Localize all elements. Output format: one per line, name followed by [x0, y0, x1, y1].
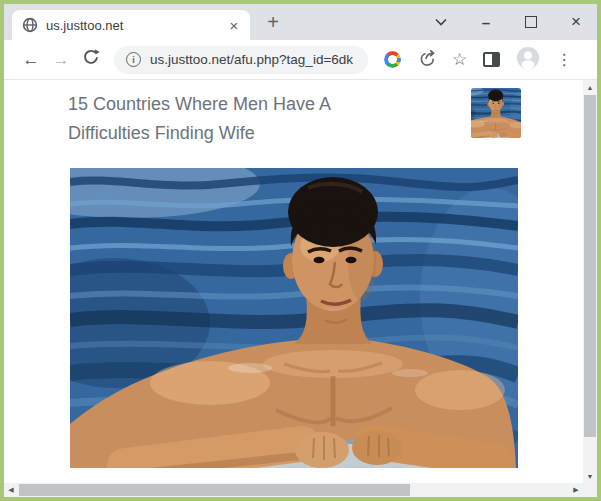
bookmark-star-icon[interactable]: ☆	[452, 51, 467, 68]
avatar-icon	[516, 46, 540, 70]
close-tab-icon[interactable]: ×	[226, 17, 242, 34]
article-thumbnail[interactable]	[471, 88, 521, 138]
scroll-left-button[interactable]: ◀	[4, 483, 18, 497]
page-content: 15 Countries Where Men Have A Difficulti…	[4, 80, 597, 497]
scrollbar-corner	[583, 483, 597, 497]
google-g-icon[interactable]	[384, 51, 401, 68]
new-tab-button[interactable]: +	[260, 9, 286, 35]
reload-icon	[82, 48, 100, 66]
menu-kebab-icon[interactable]: ⋮	[556, 52, 572, 68]
share-icon	[417, 48, 436, 67]
site-info-icon[interactable]: i	[126, 52, 141, 67]
horizontal-scrollbar-thumb[interactable]	[19, 484, 410, 496]
scroll-right-button[interactable]: ▶	[569, 483, 583, 497]
article-title-line2: Difficulties Finding Wife	[68, 119, 331, 148]
scroll-down-button[interactable]: ▼	[583, 469, 597, 483]
profile-avatar[interactable]	[516, 46, 540, 74]
vertical-scrollbar[interactable]: ▲ ▼	[583, 80, 597, 483]
article-title-line1: 15 Countries Where Men Have A	[68, 90, 331, 119]
share-button[interactable]	[417, 48, 436, 71]
maximize-icon	[525, 16, 537, 28]
horizontal-scrollbar[interactable]: ◀ ▶	[4, 483, 583, 497]
window-controls: – ×	[434, 4, 597, 40]
tab-strip: us.justtoo.net × + – ×	[4, 4, 597, 40]
active-tab[interactable]: us.justtoo.net ×	[12, 10, 250, 40]
vertical-scrollbar-thumb[interactable]	[584, 95, 596, 437]
url-text: us.justtoo.net/afu.php?tag_id=6dk	[150, 52, 356, 67]
address-bar[interactable]: i us.justtoo.net/afu.php?tag_id=6dk	[114, 46, 368, 74]
browser-toolbar: ← → i us.justtoo.net/afu.php?tag_id=6dk …	[4, 40, 597, 80]
tab-search-chevron-icon[interactable]	[434, 14, 448, 30]
reload-button[interactable]	[76, 48, 106, 71]
forward-button[interactable]: →	[46, 50, 76, 70]
toolbar-actions: ☆ ⋮	[384, 46, 572, 74]
minimize-button[interactable]: –	[479, 14, 493, 30]
browser-window: us.justtoo.net × + – × ← → i us.justtoo.…	[4, 4, 597, 497]
desktop-background: { "browser": { "accent_color": "#a8c878"…	[0, 0, 601, 501]
article-hero-image[interactable]	[70, 168, 518, 468]
pool-man-photo	[70, 168, 518, 468]
pool-man-thumbnail-image	[471, 88, 521, 138]
article-title[interactable]: 15 Countries Where Men Have A Difficulti…	[68, 90, 331, 148]
globe-favicon-icon	[22, 17, 38, 33]
scroll-up-button[interactable]: ▲	[583, 80, 597, 94]
side-panel-icon[interactable]	[483, 52, 500, 67]
close-window-button[interactable]: ×	[569, 14, 583, 30]
google-g-arm	[393, 58, 401, 62]
tab-title: us.justtoo.net	[46, 18, 226, 33]
back-button[interactable]: ←	[16, 50, 46, 70]
maximize-button[interactable]	[524, 14, 538, 30]
